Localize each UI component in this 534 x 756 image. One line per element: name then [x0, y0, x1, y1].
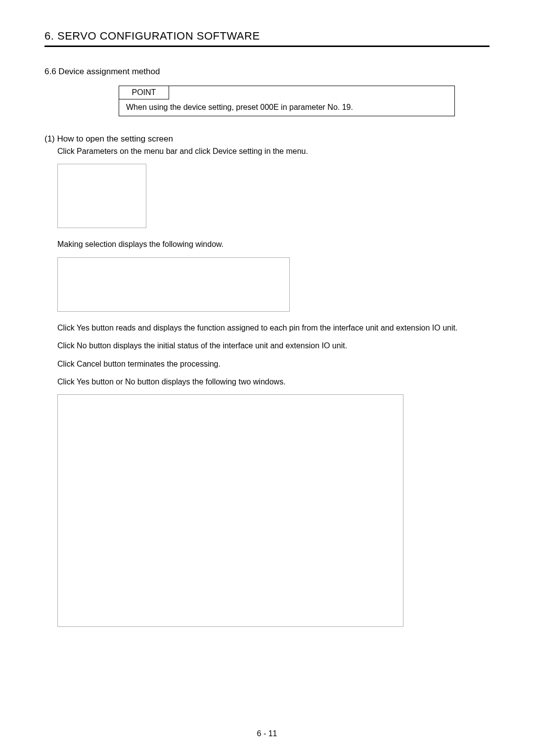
paragraph-cancel-description: Click Cancel button terminates the proce…	[57, 359, 490, 370]
document-page: 6. SERVO CONFIGURATION SOFTWARE 6.6 Devi…	[0, 0, 534, 756]
section-heading: 6.6 Device assignment method	[44, 67, 490, 77]
point-body-text: When using the device setting, preset 00…	[119, 86, 454, 116]
after-figure-a-text: Making selection displays the following …	[57, 239, 490, 250]
page-number: 6 - 11	[0, 729, 534, 738]
step-1-instruction: Click Parameters on the menu bar and cli…	[57, 146, 490, 157]
figure-placeholder-windows	[57, 394, 403, 627]
chapter-title: 6. SERVO CONFIGURATION SOFTWARE	[44, 30, 490, 43]
step-1-heading: (1) How to open the setting screen	[44, 134, 490, 144]
title-divider	[44, 46, 490, 47]
point-label-tab: POINT	[119, 86, 170, 99]
figure-placeholder-menu	[57, 164, 146, 228]
point-callout-box: POINT When using the device setting, pre…	[119, 86, 455, 116]
figure-placeholder-dialog	[57, 257, 290, 312]
paragraph-result-description: Click Yes button or No button displays t…	[57, 377, 490, 387]
paragraph-yes-description: Click Yes button reads and displays the …	[57, 323, 490, 333]
paragraph-no-description: Click No button displays the initial sta…	[57, 340, 490, 351]
